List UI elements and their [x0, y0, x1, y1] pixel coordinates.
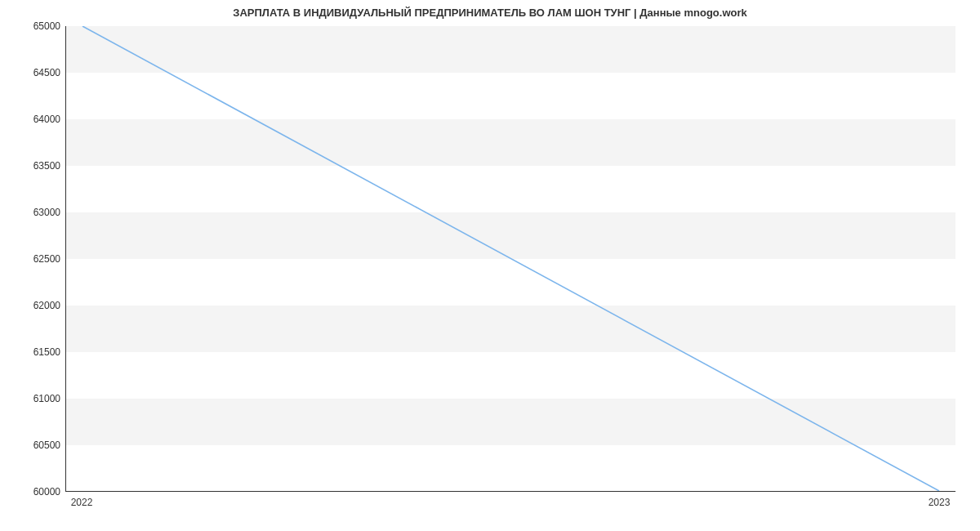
y-tick-label: 63500 — [3, 160, 60, 172]
y-tick-label: 64500 — [3, 67, 60, 78]
y-tick-label: 61500 — [3, 346, 60, 358]
chart-title: ЗАРПЛАТА В ИНДИВИДУАЛЬНЫЙ ПРЕДПРИНИМАТЕЛ… — [0, 7, 980, 19]
plot-area — [65, 26, 956, 492]
x-tick-label: 2022 — [71, 497, 93, 508]
chart-container: ЗАРПЛАТА В ИНДИВИДУАЛЬНЫЙ ПРЕДПРИНИМАТЕЛ… — [0, 0, 980, 531]
grid-band — [66, 306, 956, 352]
y-tick-label: 65000 — [3, 20, 60, 32]
y-tick-label: 62000 — [3, 300, 60, 311]
grid-band — [66, 399, 956, 445]
x-tick-label: 2023 — [929, 497, 951, 508]
y-tick-label: 64000 — [3, 114, 60, 125]
y-tick-label: 63000 — [3, 207, 60, 218]
grid-band — [66, 119, 956, 166]
grid-band — [66, 212, 956, 259]
y-tick-label: 60000 — [3, 486, 60, 498]
y-tick-label: 60500 — [3, 440, 60, 451]
y-tick-label: 62500 — [3, 253, 60, 265]
grid-band — [66, 26, 956, 73]
y-tick-label: 61000 — [3, 393, 60, 404]
